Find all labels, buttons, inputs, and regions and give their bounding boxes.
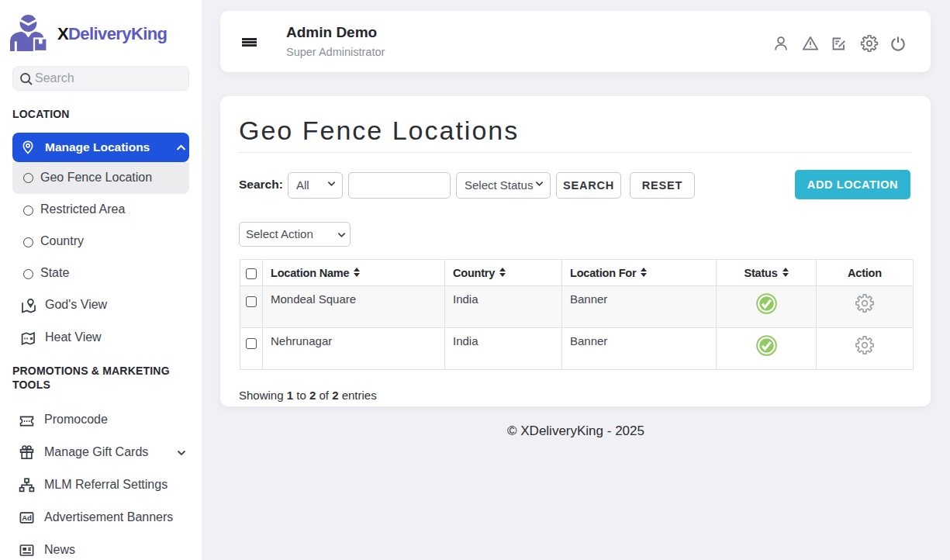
svg-text:Ad: Ad (22, 513, 32, 522)
